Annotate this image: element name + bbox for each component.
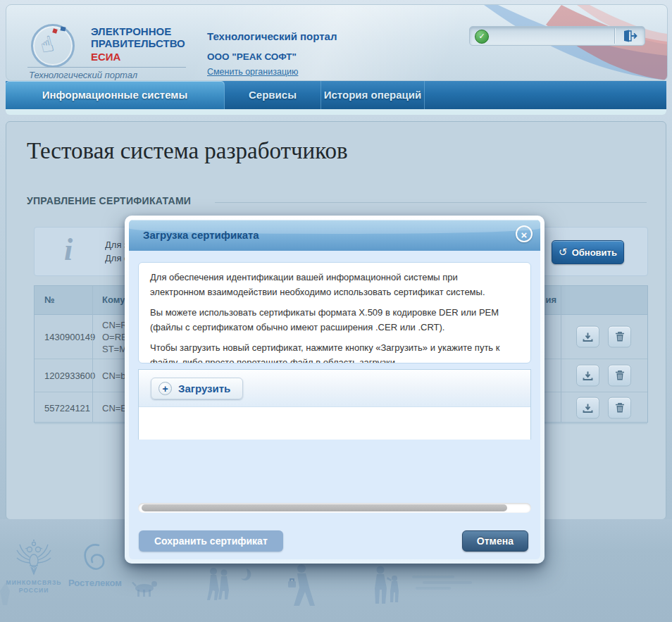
certificate-subject: CN=E [102, 402, 127, 414]
modal-info-box: Для обеспечения идентификации вашей инфо… [138, 262, 531, 363]
upload-button-label: Загрузить [178, 382, 230, 394]
row-actions [576, 397, 631, 419]
cert-line: ST=M [102, 343, 127, 355]
cert-line: CN=R [102, 319, 127, 331]
brand-divider [27, 67, 186, 68]
tab-information-systems[interactable]: Информационные системы [6, 81, 225, 109]
save-certificate-button[interactable]: Сохранить сертификат [139, 530, 283, 552]
nav-bottom-strip [6, 109, 666, 115]
rostelecom-logo [82, 542, 110, 576]
brand-line2: ПРАВИТЕЛЬСТВО [91, 37, 185, 49]
column-validity: ия [545, 294, 556, 305]
rostelecom-label: Ростелеком [68, 578, 122, 588]
logo-blue-square [61, 26, 66, 31]
minkomsvyaz-label: МИНКОМСВЯЗЬ РОССИИ [4, 579, 63, 595]
certificate-subject: CN=b [102, 370, 126, 382]
certificate-number: 1430900149 [44, 332, 95, 342]
certificate-upload-modal: Загрузка сертификата × Для обеспечения и… [125, 216, 545, 564]
section-divider [215, 202, 647, 203]
modal-inner: Загрузка сертификата × Для обеспечения и… [129, 220, 540, 559]
cert-line: CN=E [102, 402, 127, 414]
check-circle-icon: ✓ [475, 30, 489, 44]
session-status-bar: ✓ [469, 26, 645, 46]
cert-line: O=RE [102, 331, 127, 343]
section-title: УПРАВЛЕНИЕ СЕРТИФИКАТАМИ [27, 195, 191, 206]
modal-header: Загрузка сертификата × [129, 220, 540, 251]
change-organization-link[interactable]: Сменить организацию [207, 67, 298, 77]
delete-certificate-button[interactable] [608, 397, 631, 419]
page-title: Тестовая система разработчиков [27, 138, 348, 164]
upload-area: + Загрузить [138, 369, 531, 440]
cert-line: CN=b [102, 370, 126, 382]
plus-circle-icon: + [158, 382, 172, 395]
column-divider [561, 286, 561, 422]
upload-button[interactable]: + Загрузить [151, 378, 243, 399]
row-actions [576, 365, 631, 387]
column-number: № [44, 294, 55, 305]
download-certificate-button[interactable] [576, 365, 599, 387]
logo-red-square [52, 28, 58, 34]
column-issued-to: Кому [102, 294, 125, 305]
page-background: ☝ ЭЛЕКТРОННОЕ ПРАВИТЕЛЬСТВО ЕСИА Техноло… [0, 0, 672, 622]
info-icon: i [64, 232, 73, 268]
modal-paragraph: Чтобы загрузить новый сертификат, нажмит… [150, 340, 506, 363]
certificate-number: 557224121 [44, 403, 90, 413]
delete-certificate-button[interactable] [608, 326, 631, 348]
refresh-label: Обновить [572, 247, 617, 258]
status-bar-divider [614, 28, 615, 44]
delete-certificate-button[interactable] [608, 365, 631, 387]
upload-toolbar: + Загрузить [139, 370, 530, 407]
download-certificate-button[interactable] [576, 397, 599, 419]
logout-door-icon[interactable] [622, 30, 637, 42]
close-icon[interactable]: × [516, 225, 533, 242]
refresh-button[interactable]: ↻ Обновить [552, 240, 624, 264]
column-divider [92, 286, 93, 422]
main-navigation: Информационные системы Сервисы История о… [6, 81, 666, 109]
download-certificate-button[interactable] [576, 326, 599, 348]
modal-title: Загрузка сертификата [143, 229, 259, 241]
hand-icon: ☝ [37, 30, 56, 58]
ministry-line2: РОССИИ [4, 587, 63, 595]
tab-services[interactable]: Сервисы [225, 81, 321, 109]
cancel-button[interactable]: Отмена [462, 530, 528, 552]
horizontal-scrollbar-thumb[interactable] [142, 504, 507, 511]
brand-block: ЭЛЕКТРОННОЕ ПРАВИТЕЛЬСТВО ЕСИА [91, 25, 185, 63]
modal-paragraph: Вы можете использовать сертификаты форма… [150, 305, 506, 335]
file-drop-zone[interactable] [139, 407, 530, 440]
certificate-subject: CN=R O=RE ST=M [102, 319, 127, 355]
brand-line1: ЭЛЕКТРОННОЕ [91, 25, 185, 37]
horizontal-scrollbar-track[interactable] [138, 503, 531, 513]
organization-name: ООО "РЕАК СОФТ" [207, 51, 297, 62]
brand-esia: ЕСИА [91, 51, 185, 63]
minkomsvyaz-eagle-logo [14, 539, 54, 578]
refresh-icon: ↻ [559, 246, 568, 259]
modal-paragraph: Для обеспечения идентификации вашей инфо… [150, 270, 506, 299]
ministry-line1: МИНКОМСВЯЗЬ [4, 579, 63, 587]
row-actions [576, 326, 631, 348]
portal-title: Технологический портал [207, 30, 337, 42]
tab-operation-history[interactable]: История операций [321, 81, 425, 109]
certificate-number: 1202933600 [44, 371, 95, 381]
header-banner: ☝ ЭЛЕКТРОННОЕ ПРАВИТЕЛЬСТВО ЕСИА Техноло… [6, 4, 668, 81]
brand-tagline: Технологический портал [29, 70, 137, 80]
esia-logo: ☝ [31, 24, 75, 68]
